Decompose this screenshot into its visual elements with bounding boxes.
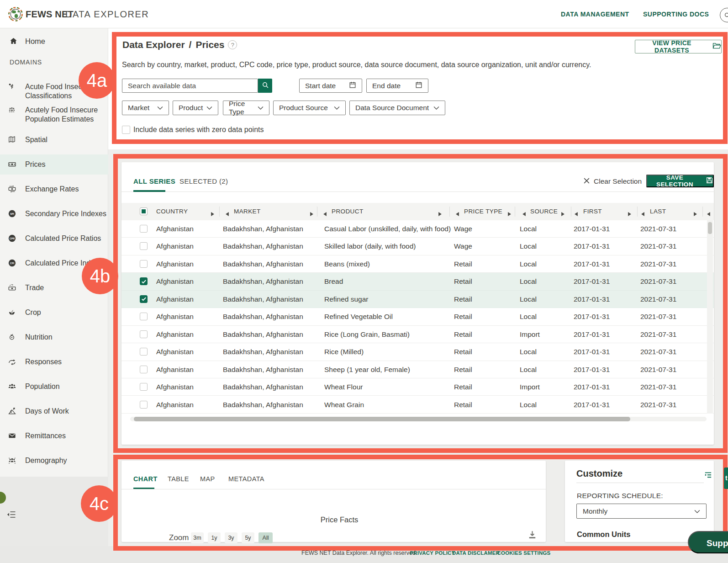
table-row[interactable]: AfghanistanBadakhshan, AfghanistanRefine… [121, 308, 714, 325]
row-checkbox[interactable] [140, 260, 148, 268]
view-price-datasets-button[interactable]: VIEW PRICE DATASETS [635, 40, 722, 53]
sort-left-icon[interactable] [226, 210, 228, 213]
table-row[interactable]: AfghanistanBadakhshan, AfghanistanCasual… [121, 220, 714, 238]
table-row[interactable]: AfghanistanBadakhshan, AfghanistanRice (… [121, 326, 714, 343]
row-checkbox[interactable] [140, 277, 148, 285]
sidebar-item-home[interactable]: Home [0, 32, 108, 50]
tab-all-series[interactable]: ALL SERIES [133, 177, 175, 185]
detail-tab-table[interactable]: TABLE [168, 475, 189, 483]
sort-left-icon[interactable] [575, 210, 577, 213]
sort-right-icon[interactable] [438, 210, 441, 213]
sidebar-item-spatial[interactable]: Spatial [0, 130, 108, 150]
detail-tab-metadata[interactable]: METADATA [228, 475, 264, 483]
vertical-scrollbar-thumb[interactable] [708, 222, 712, 234]
zoom-1y[interactable]: 1y [208, 532, 221, 543]
row-checkbox[interactable] [140, 348, 148, 356]
zoom-3m[interactable]: 3m [191, 532, 204, 543]
table-row[interactable]: AfghanistanBadakhshan, AfghanistanRefine… [121, 291, 714, 308]
sidebar-item-prices[interactable]: Prices [0, 154, 108, 175]
download-icon[interactable] [528, 530, 537, 542]
save-selection-button[interactable]: SAVE SELECTION [646, 175, 714, 187]
table-row[interactable]: AfghanistanBadakhshan, AfghanistanSheep … [121, 361, 714, 378]
sidebar-collapse-icon[interactable] [6, 510, 16, 520]
customize-list-icon[interactable] [704, 471, 712, 481]
nav-data-management[interactable]: DATA MANAGEMENT [561, 0, 629, 28]
cell-price_type: Retail [454, 378, 472, 396]
sidebar-item-exchange-rates[interactable]: Exchange Rates [0, 179, 108, 199]
table-row[interactable]: AfghanistanBadakhshan, AfghanistanBreadR… [121, 273, 714, 290]
row-checkbox[interactable] [140, 383, 148, 391]
sidebar-item-acutely-food-insecure[interactable]: Acutely Food InsecurePopulation Estimate… [0, 104, 108, 124]
filter-price-type[interactable]: Price Type [223, 101, 269, 115]
row-checkbox[interactable] [140, 313, 148, 320]
column-header-last[interactable]: LAST [650, 203, 666, 220]
footer-link-privacy-policy[interactable]: PRIVACY POLICY [410, 550, 455, 556]
zoom-3y[interactable]: 3y [225, 532, 237, 543]
row-checkbox[interactable] [140, 401, 148, 409]
sort-left-icon[interactable] [323, 210, 326, 213]
sidebar-item-responses[interactable]: Responses [0, 352, 108, 372]
filter-product[interactable]: Product [173, 101, 218, 115]
row-checkbox[interactable] [140, 330, 148, 338]
table-row[interactable]: AfghanistanBadakhshan, AfghanistanWheat … [121, 396, 714, 414]
row-checkbox[interactable] [140, 242, 148, 250]
filter-data-source-document[interactable]: Data Source Document [349, 101, 445, 115]
sidebar-item-population[interactable]: Population [0, 377, 108, 397]
right-edge-tab[interactable]: t [724, 467, 728, 489]
table-row[interactable]: AfghanistanBadakhshan, AfghanistanWheat … [121, 378, 714, 396]
sort-right-icon[interactable] [694, 210, 696, 213]
table-row[interactable]: AfghanistanBadakhshan, AfghanistanSkille… [121, 238, 714, 255]
horizontal-scrollbar-thumb[interactable] [134, 417, 630, 421]
table-row[interactable]: AfghanistanBadakhshan, AfghanistanBeans … [121, 255, 714, 273]
breadcrumb-root[interactable]: Data Explorer [122, 39, 185, 50]
sort-left-icon[interactable] [707, 210, 710, 213]
footer-link-cookies-settings[interactable]: COOKIES SETTINGS [497, 550, 551, 556]
tab-selected[interactable]: SELECTED (2) [179, 177, 228, 185]
column-header-product[interactable]: PRODUCT [332, 203, 364, 220]
filter-market[interactable]: Market [122, 101, 169, 115]
sort-left-icon[interactable] [456, 210, 459, 213]
end-date-input[interactable]: End date [366, 79, 428, 93]
detail-tab-chart[interactable]: CHART [133, 475, 158, 483]
sidebar-item-nutrition[interactable]: Nutrition [0, 327, 108, 347]
sidebar-item-remittances[interactable]: Remittances [0, 426, 108, 446]
search-icon[interactable] [720, 8, 728, 22]
search-submit-button[interactable] [258, 79, 272, 93]
detail-tab-map[interactable]: MAP [200, 475, 215, 483]
row-checkbox[interactable] [140, 366, 148, 373]
sort-left-icon[interactable] [641, 210, 644, 213]
clear-selection-button[interactable]: Clear Selection [583, 177, 642, 186]
sidebar-item-calculated-price-ratios[interactable]: CPRCalculated Price Ratios [0, 228, 108, 249]
zero-data-checkbox[interactable] [122, 126, 130, 134]
sidebar-item-secondary-price-indexes[interactable]: SPISecondary Price Indexes [0, 204, 108, 224]
zoom-all[interactable]: All [258, 532, 273, 543]
column-header-market[interactable]: MARKET [234, 203, 261, 220]
sort-right-icon[interactable] [508, 210, 511, 213]
column-header-country[interactable]: COUNTRY [156, 203, 188, 220]
sort-right-icon[interactable] [628, 210, 631, 213]
sidebar-item-crop[interactable]: Crop [0, 303, 108, 323]
zoom-5y[interactable]: 5y [242, 532, 254, 543]
reporting-schedule-select[interactable]: Monthly [576, 504, 707, 519]
row-checkbox[interactable] [140, 225, 148, 233]
footer-link-data-disclamer[interactable]: DATA DISCLAMER [452, 550, 500, 556]
start-date-input[interactable]: Start date [299, 79, 362, 93]
sort-right-icon[interactable] [310, 210, 313, 213]
table-row[interactable]: AfghanistanBadakhshan, AfghanistanRice (… [121, 343, 714, 361]
column-header-source[interactable]: SOURCE [530, 203, 558, 220]
sort-left-icon[interactable] [522, 210, 525, 213]
support-button[interactable]: Support [688, 531, 728, 553]
vertical-scrollbar-track[interactable] [707, 220, 713, 414]
search-input[interactable]: Search available data [122, 79, 258, 93]
select-all-checkbox[interactable] [140, 207, 148, 215]
column-header-first[interactable]: FIRST [583, 203, 602, 220]
help-icon[interactable]: ? [228, 40, 237, 49]
sidebar-item-demography[interactable]: Demography [0, 451, 108, 471]
sort-right-icon[interactable] [561, 210, 564, 213]
sort-right-icon[interactable] [211, 210, 214, 213]
row-checkbox[interactable] [140, 295, 148, 303]
sidebar-item-days-of-work[interactable]: Days of Work [0, 401, 108, 421]
filter-product-source[interactable]: Product Source [273, 101, 346, 115]
nav-supporting-docs[interactable]: SUPPORTING DOCS [643, 0, 709, 28]
column-header-price-type[interactable]: PRICE TYPE [464, 203, 502, 220]
